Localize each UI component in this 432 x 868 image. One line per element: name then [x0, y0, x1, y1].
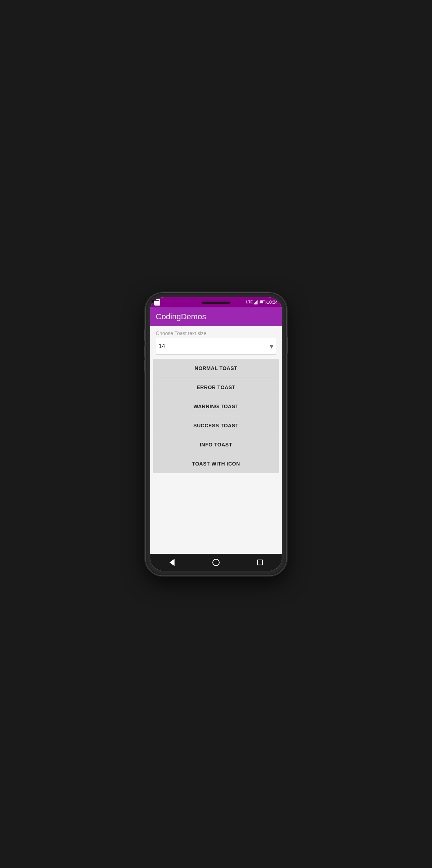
back-icon	[169, 559, 175, 566]
buttons-section: NORMAL TOAST ERROR TOAST WARNING TOAST S…	[150, 359, 282, 473]
lte-indicator: LTE	[246, 300, 253, 304]
normal-toast-button[interactable]: NORMAL TOAST	[153, 359, 279, 378]
notification-icon	[154, 299, 160, 306]
navigation-bar	[150, 554, 282, 571]
chevron-down-icon: ▾	[270, 342, 273, 351]
signal-icon	[254, 300, 258, 304]
battery-icon	[260, 301, 265, 304]
bottom-speaker	[202, 566, 230, 568]
dropdown-section: Choose Toast text size 14 ▾	[150, 326, 282, 355]
recents-button[interactable]	[249, 554, 271, 571]
toast-size-dropdown[interactable]: 14 ▾	[156, 338, 276, 355]
info-toast-button[interactable]: INFO TOAST	[153, 435, 279, 454]
phone-screen: LTE 10:24 CodingDemos Choose Toas	[150, 297, 282, 571]
icon-toast-button[interactable]: TOAST WITH ICON	[153, 454, 279, 473]
back-button[interactable]	[161, 554, 183, 571]
home-button[interactable]	[205, 554, 227, 571]
dropdown-selected-value: 14	[159, 343, 165, 350]
phone-frame: LTE 10:24 CodingDemos Choose Toas	[146, 293, 286, 575]
app-title: CodingDemos	[156, 312, 206, 321]
status-time: 10:24	[267, 300, 278, 305]
success-toast-button[interactable]: SUCCESS TOAST	[153, 416, 279, 435]
warning-toast-button[interactable]: WARNING TOAST	[153, 397, 279, 416]
error-toast-button[interactable]: ERROR TOAST	[153, 378, 279, 397]
status-right: LTE 10:24	[246, 300, 278, 305]
top-speaker	[202, 302, 230, 304]
status-left	[154, 299, 160, 306]
recents-icon	[257, 560, 263, 565]
dropdown-label: Choose Toast text size	[156, 330, 276, 336]
battery-fill	[260, 301, 263, 303]
app-bar: CodingDemos	[150, 307, 282, 326]
content-area: Choose Toast text size 14 ▾ NORMAL TOAST…	[150, 326, 282, 554]
home-icon	[212, 559, 220, 566]
